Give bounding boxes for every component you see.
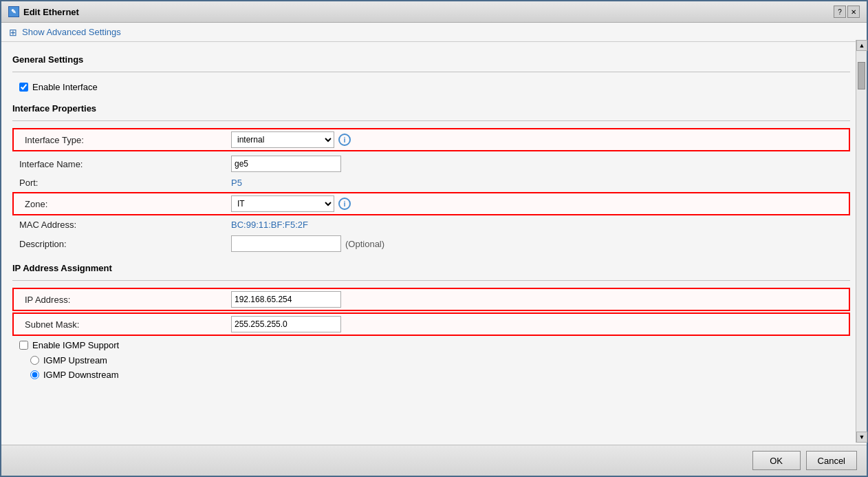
description-field: (Optional)	[231, 235, 384, 252]
enable-interface-checkbox[interactable]	[19, 83, 28, 92]
general-divider	[12, 72, 850, 72]
igmp-support-row: Enable IGMP Support	[12, 337, 850, 353]
ip-address-field	[231, 291, 341, 308]
ip-address-label: IP Address:	[18, 295, 231, 305]
dialog-title: Edit Ethernet	[23, 7, 79, 17]
igmp-downstream-label: IGMP Downstream	[43, 370, 119, 380]
interface-properties-title: Interface Properties	[12, 103, 850, 114]
igmp-downstream-radio[interactable]	[30, 370, 39, 379]
grid-icon: ⊞	[8, 28, 18, 37]
general-settings-title: General Settings	[12, 54, 850, 65]
title-bar-left: ✎ Edit Ethernet	[8, 6, 79, 17]
mac-address-label: MAC Address:	[12, 220, 226, 230]
edit-icon: ✎	[8, 6, 19, 17]
ip-address-input[interactable]	[231, 291, 341, 308]
interface-type-label: Interface Type:	[18, 135, 231, 145]
optional-text: (Optional)	[345, 239, 384, 249]
mac-address-row: MAC Address: BC:99:11:BF:F5:2F	[12, 217, 850, 233]
description-row: Description: (Optional)	[12, 233, 850, 255]
advanced-settings-link[interactable]: Show Advanced Settings	[22, 27, 121, 37]
help-button[interactable]: ?	[834, 6, 846, 18]
zone-label: Zone:	[18, 199, 231, 209]
interface-name-row: Interface Name:	[12, 153, 850, 175]
interface-name-input[interactable]	[231, 156, 341, 172]
toolbar: ⊞ Show Advanced Settings	[1, 23, 867, 42]
mac-address-field: BC:99:11:BF:F5:2F	[231, 220, 308, 230]
interface-type-info-icon[interactable]: i	[338, 134, 351, 146]
igmp-upstream-label: IGMP Upstream	[43, 355, 107, 365]
content-area: General Settings Enable Interface Interf…	[1, 42, 867, 445]
title-bar-controls: ? ✕	[834, 6, 860, 18]
edit-ethernet-dialog: ✎ Edit Ethernet ? ✕ ⊞ Show Advanced Sett…	[0, 0, 868, 477]
scroll-up-arrow[interactable]: ▲	[856, 40, 867, 51]
scroll-down-arrow[interactable]: ▼	[856, 432, 867, 443]
enable-interface-row: Enable Interface	[12, 79, 850, 95]
igmp-upstream-radio[interactable]	[30, 356, 39, 365]
port-field: P5	[231, 178, 242, 188]
zone-info-icon[interactable]: i	[338, 198, 351, 210]
ip-assignment-title: IP Address Assignment	[12, 263, 850, 273]
scrollbar-thumb[interactable]	[858, 62, 865, 89]
ip-assignment-divider	[12, 280, 850, 281]
title-bar: ✎ Edit Ethernet ? ✕	[1, 1, 867, 23]
enable-interface-label: Enable Interface	[32, 82, 98, 92]
igmp-downstream-row: IGMP Downstream	[12, 368, 850, 382]
scrollbar[interactable]: ▲ ▼	[856, 40, 867, 443]
interface-type-select[interactable]: internal external dmz	[231, 131, 334, 148]
port-label: Port:	[12, 178, 226, 188]
close-button[interactable]: ✕	[847, 6, 860, 18]
igmp-upstream-row: IGMP Upstream	[12, 353, 850, 368]
port-row: Port: P5	[12, 175, 850, 191]
port-link[interactable]: P5	[231, 178, 242, 188]
interface-properties-divider	[12, 120, 850, 121]
zone-field: IT DMZ LAN WAN i	[231, 195, 351, 212]
description-input[interactable]	[231, 235, 341, 252]
subnet-mask-input[interactable]	[231, 316, 341, 332]
zone-select[interactable]: IT DMZ LAN WAN	[231, 195, 334, 212]
subnet-mask-label: Subnet Mask:	[18, 319, 231, 330]
interface-type-field: internal external dmz i	[231, 131, 351, 148]
cancel-button[interactable]: Cancel	[806, 451, 857, 470]
igmp-support-label: Enable IGMP Support	[32, 340, 119, 350]
mac-address-value[interactable]: BC:99:11:BF:F5:2F	[231, 220, 308, 230]
interface-name-label: Interface Name:	[12, 159, 226, 169]
igmp-support-checkbox[interactable]	[19, 341, 28, 350]
description-label: Description:	[12, 239, 226, 249]
footer: OK Cancel	[1, 445, 867, 476]
ok-button[interactable]: OK	[752, 451, 801, 470]
subnet-mask-field	[231, 316, 341, 332]
interface-name-field	[231, 156, 341, 172]
